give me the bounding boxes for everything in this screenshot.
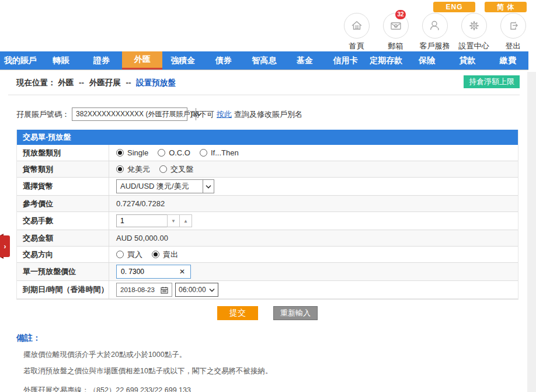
radio-single[interactable] [116, 149, 124, 157]
radio-sell[interactable] [152, 251, 159, 258]
side-panel-toggle[interactable]: › [0, 235, 10, 257]
order-type-option-oco[interactable]: O.C.O [158, 148, 190, 157]
mail-icon: 32 [383, 13, 409, 39]
row-currency-pair: 選擇貨幣 AUD/USD 澳元/美元 [17, 178, 518, 196]
currency-type-option-cross[interactable]: 交叉盤 [159, 164, 193, 175]
radio-oco[interactable] [158, 149, 165, 157]
nav-item-funds[interactable]: 基金 [284, 51, 325, 70]
radio-label: 交叉盤 [170, 164, 193, 175]
radio-label: 兌美元 [127, 164, 150, 175]
radio-ifthen[interactable] [200, 149, 207, 157]
lots-increment-button[interactable]: ▲ [179, 214, 192, 227]
settings-icon [461, 13, 487, 39]
nav-item-credit-card[interactable]: 信用卡 [325, 51, 366, 70]
main-nav: 我的賬戶 轉賬 證券 外匯 強積金 債券 智高息 基金 信用卡 定期存款 保險 … [0, 51, 528, 70]
margin-account-selected-option: 382XXXXXXXXXXXX (外匯孖展賬戶) [72, 109, 196, 119]
margin-account-row: 孖展賬戶號碼： 382XXXXXXXXXXXX (外匯孖展賬戶) 閣下可 按此 … [16, 107, 536, 121]
nav-item-mpf[interactable]: 強積金 [162, 51, 203, 70]
radio-vs-usd[interactable] [116, 165, 124, 173]
expiry-date-picker[interactable]: 2018-08-23 [116, 283, 172, 297]
row-label: 選擇貨幣 [17, 178, 109, 195]
quick-links: 首頁 32 郵箱 客戶服務 [337, 13, 532, 51]
quick-link-settings[interactable]: 設置中心 [454, 13, 493, 51]
currency-pair-selected-option: AUD/USD 澳元/美元 [117, 181, 203, 192]
breadcrumb-separator: -- [126, 78, 131, 87]
quick-link-label: 首頁 [337, 41, 376, 51]
clear-icon[interactable]: ✕ [174, 268, 190, 276]
lang-simplified-button[interactable]: 简 体 [485, 2, 527, 12]
quick-link-label: 設置中心 [454, 41, 493, 51]
unread-count-badge: 32 [395, 10, 405, 19]
order-price-input[interactable] [117, 268, 174, 276]
note-line: 擺放價位離現價須介乎大於20點或小於1000點子。 [23, 350, 536, 360]
nav-item-bonds[interactable]: 債券 [203, 51, 244, 70]
radio-label: If...Then [211, 148, 239, 157]
nav-item-transfer[interactable]: 轉賬 [41, 51, 82, 70]
radio-label: Single [127, 148, 148, 157]
note-line: 若取消預放盤之價位與市場匯價相差10點子或以下，閣下之交易將不被接納。 [23, 366, 536, 376]
reset-button[interactable]: 重新輸入 [273, 306, 318, 320]
nav-item-forex[interactable]: 外匯 [122, 51, 163, 70]
lots-decrement-button[interactable]: ▼ [167, 214, 180, 227]
expiry-time-select[interactable]: 06:00:00 [175, 283, 218, 297]
row-expiry: 到期日/時間（香港時間） 2018-08-23 06:00:00 [17, 281, 518, 299]
home-icon [344, 13, 370, 39]
row-label: 參考價位 [17, 196, 109, 211]
margin-account-label: 孖展賬戶號碼： [16, 109, 69, 120]
lots-input[interactable] [116, 214, 168, 227]
notes-section: 備註： 擺放價位離現價須介乎大於20點或小於1000點子。 若取消預放盤之價位與… [16, 333, 536, 392]
reference-price-value: 0.7274/0.7282 [116, 199, 165, 208]
language-switcher: ENG 简 体 [433, 2, 527, 12]
currency-pair-select[interactable]: AUD/USD 澳元/美元 [116, 179, 214, 193]
quick-link-home[interactable]: 首頁 [337, 13, 376, 51]
row-label: 交易金額 [17, 230, 109, 246]
lang-eng-button[interactable]: ENG [433, 2, 475, 12]
row-currency-type: 貨幣類別 兌美元 交叉盤 [17, 161, 518, 178]
top-bar: ENG 简 体 首頁 32 [0, 0, 536, 51]
trade-amount-value: AUD 50,000.00 [116, 234, 168, 242]
nav-item-my-accounts[interactable]: 我的賬戶 [0, 51, 41, 70]
margin-account-select[interactable]: 382XXXXXXXXXXXX (外匯孖展賬戶) [72, 107, 187, 121]
breadcrumb-item-forex: 外匯 [58, 78, 74, 87]
nav-item-loans[interactable]: 貸款 [447, 51, 488, 70]
expiry-time-value: 06:00:00 [179, 286, 206, 294]
order-form-title: 交易單-預放盤 [17, 130, 518, 145]
radio-buy[interactable] [116, 251, 124, 258]
calendar-icon[interactable] [161, 286, 168, 294]
breadcrumb-item-forex-margin: 外匯孖展 [89, 78, 121, 87]
page-right-gutter [527, 72, 536, 392]
radio-label: O.C.O [169, 148, 190, 157]
radio-label: 買入 [127, 249, 142, 260]
expiry-date-value: 2018-08-23 [120, 286, 155, 293]
row-label: 到期日/時間（香港時間） [17, 281, 109, 299]
click-here-link[interactable]: 按此 [217, 109, 232, 120]
breadcrumb: 現在位置： 外匯 -- 外匯孖展 -- 設置預放盤 持倉淨額上限 [8, 70, 520, 95]
chevron-down-icon [203, 180, 214, 193]
row-label: 貨幣類別 [17, 161, 109, 177]
row-label: 預放盤類別 [17, 145, 109, 161]
nav-item-time-deposit[interactable]: 定期存款 [366, 51, 406, 70]
nav-item-insurance[interactable]: 保險 [406, 51, 447, 70]
direction-option-sell[interactable]: 賣出 [152, 249, 178, 260]
order-type-option-single[interactable]: Single [116, 148, 148, 157]
radio-cross[interactable] [159, 165, 167, 173]
logout-icon [500, 13, 526, 39]
radio-label: 賣出 [163, 249, 178, 260]
nav-item-securities[interactable]: 證券 [81, 51, 122, 70]
currency-type-option-usd[interactable]: 兌美元 [116, 164, 150, 175]
net-position-limit-button[interactable]: 持倉淨額上限 [464, 75, 520, 88]
direction-option-buy[interactable]: 買入 [116, 249, 142, 260]
submit-button[interactable]: 提交 [217, 306, 258, 320]
row-order-price: 單一預放盤價位 ✕ [17, 263, 518, 281]
nav-item-smart-interest[interactable]: 智高息 [244, 51, 285, 70]
notes-title: 備註： [16, 333, 536, 344]
quick-link-mailbox[interactable]: 32 郵箱 [376, 13, 415, 51]
chevron-right-icon: › [4, 243, 6, 250]
quick-link-customer-service[interactable]: 客戶服務 [415, 13, 454, 51]
row-order-type: 預放盤類別 Single O.C.O If...Then [17, 145, 518, 161]
order-type-option-ifthen[interactable]: If...Then [200, 148, 239, 157]
quick-link-logout[interactable]: 登出 [493, 13, 532, 51]
nav-item-bill-payment[interactable]: 繳費 [488, 51, 528, 70]
breadcrumb-current-page[interactable]: 設置預放盤 [136, 78, 176, 87]
note-line-hotline: 外匯孖展交易專線：（852）22 699 233/22 699 133 [23, 386, 536, 392]
